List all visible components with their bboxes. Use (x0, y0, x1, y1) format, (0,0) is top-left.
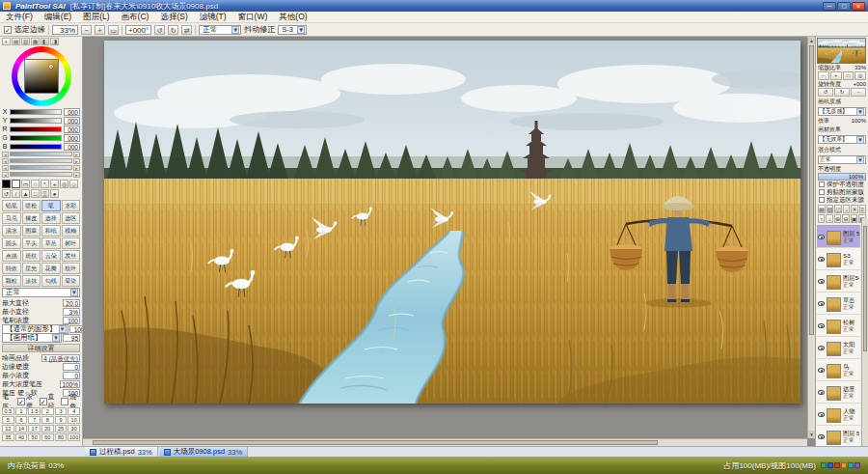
visibility-eye-icon[interactable] (818, 323, 825, 328)
brush-size-preset[interactable]: 12 (2, 425, 14, 432)
close-button[interactable]: × (852, 2, 865, 11)
menu-item[interactable]: 选择(S) (154, 12, 193, 22)
visibility-eye-icon[interactable] (818, 257, 825, 262)
move-tool[interactable]: + (50, 180, 59, 188)
layer-row[interactable]: S3 正常 (817, 248, 860, 270)
scratchpad-tab[interactable]: ◧ (41, 38, 49, 45)
duplicate-layer-button[interactable]: ◫ (834, 205, 842, 213)
slider-left-arrow[interactable]: ◂ (2, 158, 9, 164)
move-layer-down-button[interactable]: ↓ (826, 214, 832, 223)
painting-canvas[interactable] (104, 41, 800, 404)
layer-row[interactable]: 图层 54 正常 (817, 226, 860, 248)
brush-button[interactable]: 枝叶刷 (62, 263, 81, 274)
param-value[interactable]: 100 (63, 317, 80, 324)
add-mask-button[interactable]: ⊕ (834, 214, 841, 223)
red-slider[interactable] (10, 126, 62, 132)
brush-size-preset[interactable]: 25 (55, 425, 68, 432)
visibility-eye-icon[interactable] (818, 301, 825, 306)
saturation-square[interactable] (24, 59, 59, 94)
brush-size-preset[interactable]: 50 (28, 433, 41, 441)
layer-row[interactable]: 图层 52 正常 (817, 426, 860, 446)
zoom-readout[interactable]: 33% (52, 25, 78, 35)
delete-layer-button[interactable]: ≡ (859, 205, 866, 213)
visibility-eye-icon[interactable] (818, 390, 825, 395)
layer-blend-dropdown[interactable]: 正常▼ (818, 155, 866, 164)
brush-button[interactable]: 圆头笔 (2, 237, 21, 249)
texture-strength-value[interactable]: 95 (63, 334, 80, 342)
green-slider[interactable] (10, 135, 62, 141)
slider-right-arrow[interactable]: ▸ (73, 172, 80, 178)
pen-tool[interactable]: ▲ (21, 189, 30, 198)
canvas-horizontal-scrollbar[interactable] (83, 438, 807, 446)
layer-option-checkbox[interactable] (819, 189, 825, 195)
layer-option-checkbox[interactable] (819, 197, 825, 203)
slider-left-arrow[interactable]: ◂ (2, 165, 9, 171)
slider-right-arrow[interactable]: ▸ (73, 158, 80, 164)
eyedropper-tool[interactable]: / (12, 189, 20, 198)
slider-value[interactable]: 000 (64, 117, 80, 125)
texture-scale-value[interactable]: 100% (852, 118, 866, 124)
param-value[interactable]: 0 (63, 372, 80, 379)
brush-button[interactable]: 铅笔 (2, 200, 21, 211)
color-wheel-tab[interactable]: ◐ (2, 38, 11, 45)
menu-item[interactable]: 图层(L) (77, 12, 115, 22)
scroll-down-arrow[interactable]: ▼ (808, 431, 815, 438)
lasso-tool[interactable]: ○ (31, 180, 40, 188)
paper-texture-dropdown[interactable]: 【无质感】▼ (818, 107, 866, 116)
color-wheel[interactable] (12, 46, 71, 106)
fine-slider[interactable] (10, 158, 72, 163)
menu-item[interactable]: 滤镜(T) (194, 12, 232, 22)
brush-button[interactable]: 星光笔 (22, 263, 41, 274)
brush-size-preset[interactable]: 14 (15, 425, 28, 432)
pressure-checkbox[interactable] (17, 398, 25, 405)
nav-zoom-reset-button[interactable]: ◎ (854, 71, 866, 80)
brush-size-preset[interactable]: 100 (68, 433, 80, 441)
layer-row[interactable]: 草丛 正常 (817, 293, 860, 315)
brush-size-preset[interactable]: 80 (55, 433, 68, 441)
menu-item[interactable]: 画布(C) (116, 12, 155, 22)
brush-button[interactable]: 云朵刷 (41, 250, 61, 262)
brush-size-preset[interactable]: 20 (41, 425, 54, 432)
brush-size-preset[interactable]: 1 (15, 407, 28, 415)
brush-button[interactable]: 斑纹刷 (22, 250, 41, 262)
y-slider[interactable] (10, 118, 62, 124)
blend-mode-dropdown[interactable]: 正常 ▼ (199, 25, 241, 35)
advanced-settings-header[interactable]: 详细设置 (2, 344, 80, 352)
slider-right-arrow[interactable]: ▸ (73, 165, 80, 171)
layer-option-checkbox[interactable] (819, 181, 825, 187)
layer-list-scrollbar[interactable] (861, 218, 868, 446)
hsv-slider-tab[interactable]: ▥ (21, 38, 30, 45)
blur-tool[interactable]: ● (50, 189, 59, 198)
brush-button[interactable]: 平头笔 (22, 237, 41, 249)
brush-button[interactable]: 水彩笔 (62, 200, 81, 211)
nav-rotate-cw-button[interactable]: ↻ (834, 88, 850, 97)
zoom-fit-button[interactable]: ▭ (108, 25, 119, 35)
new-folder-button[interactable]: ▧ (827, 205, 834, 213)
brush-size-preset[interactable]: 4 (68, 407, 80, 415)
background-color-swatch[interactable] (12, 180, 20, 188)
rotate-ccw-button[interactable]: ↺ (154, 25, 165, 35)
scroll-up-arrow[interactable]: ▲ (808, 37, 815, 44)
material-effect-dropdown[interactable]: 【无效果】▼ (818, 135, 866, 144)
visibility-eye-icon[interactable] (818, 412, 825, 417)
param-value[interactable]: 20.0 (63, 299, 80, 307)
angle-readout[interactable]: +000° (125, 25, 151, 35)
menu-item[interactable]: 窗口(W) (232, 12, 274, 22)
menu-item[interactable]: 编辑(E) (39, 12, 77, 22)
layer-row[interactable]: 图层54 拷贝 正常 (817, 270, 860, 293)
eraser-tool[interactable]: □ (31, 189, 40, 198)
fine-slider[interactable] (10, 172, 72, 177)
slider-value[interactable]: 000 (64, 134, 80, 142)
swatches-tab[interactable]: ▦ (31, 38, 40, 45)
nav-rotate-ccw-button[interactable]: ↺ (818, 88, 833, 97)
layer-row[interactable]: 鸟 正常 (817, 359, 860, 381)
param-value[interactable]: 4 (品质优先) (41, 354, 80, 362)
brush-size-preset[interactable]: 7 (28, 416, 41, 424)
layer-row[interactable]: 松树 正常 (817, 315, 860, 337)
visibility-eye-icon[interactable] (818, 279, 825, 284)
rgb-slider-tab[interactable]: ▤ (12, 38, 20, 45)
param-value[interactable]: 3% (63, 308, 80, 316)
opacity-slider[interactable]: 100% (818, 173, 866, 181)
brush-button[interactable]: 草丛刷 (41, 237, 61, 249)
brush-button[interactable]: 图章笔 (22, 225, 41, 237)
